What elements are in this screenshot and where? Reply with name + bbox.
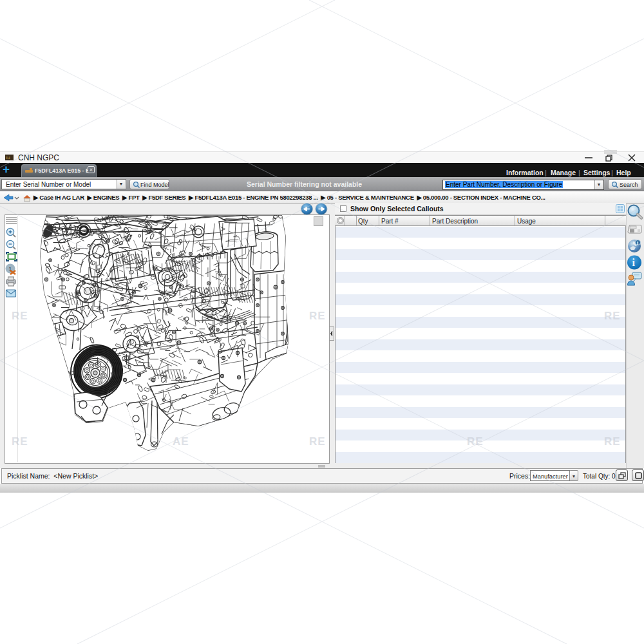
- svg-text:i: i: [632, 257, 636, 268]
- svg-text:IH: IH: [6, 156, 10, 160]
